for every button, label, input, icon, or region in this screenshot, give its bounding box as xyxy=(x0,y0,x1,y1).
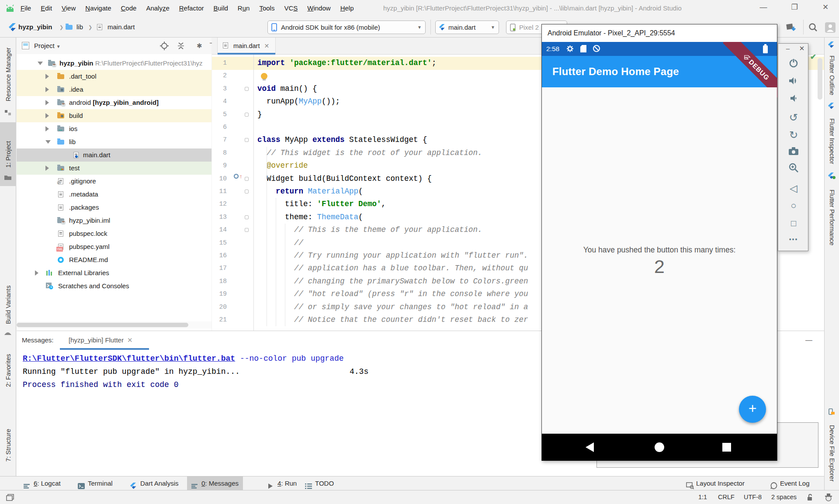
menu-vcs[interactable]: VCS xyxy=(279,0,302,17)
editor-scrollbar[interactable] xyxy=(818,58,822,100)
toolwindow-event-log[interactable]: Event Log xyxy=(766,476,814,490)
fold-marker-icon[interactable] xyxy=(245,138,249,142)
stripe-item----structure[interactable]: 7: Structure xyxy=(0,419,16,472)
fold-marker-icon[interactable] xyxy=(245,190,249,193)
hector-notification-icon[interactable] xyxy=(824,493,833,503)
emulator-camera-button[interactable] xyxy=(778,145,809,162)
run-config-selector[interactable]: main.dart ▼ xyxy=(435,21,499,34)
menu-window[interactable]: Window xyxy=(302,0,335,17)
status-indent[interactable]: 2 spaces xyxy=(771,490,797,504)
tree-row-pubspec-yaml[interactable]: YMLpubspec.yaml xyxy=(17,240,211,253)
emulator-rotate-right-button[interactable]: ↻ xyxy=(778,127,809,143)
intention-bulb-icon[interactable] xyxy=(261,73,267,79)
tree-expand-arrow[interactable] xyxy=(45,113,49,118)
menu-navigate[interactable]: Navigate xyxy=(80,0,116,17)
override-marker-icon[interactable] xyxy=(234,174,239,179)
emulator-power-button[interactable] xyxy=(778,58,809,74)
breadcrumb-folder[interactable]: lib xyxy=(76,17,83,38)
emulator-more-button[interactable]: ••• xyxy=(778,231,809,248)
toolwindow-6--logcat[interactable]: 6: Logcat xyxy=(19,476,65,490)
lock-icon[interactable] xyxy=(806,494,814,503)
tree-row-test[interactable]: ◂▸test xyxy=(17,162,211,175)
tab-close-icon[interactable]: ✕ xyxy=(264,42,269,49)
tree-row-build[interactable]: ✱build xyxy=(17,109,211,122)
fold-marker-icon[interactable] xyxy=(245,177,249,181)
nav-overview-button[interactable] xyxy=(722,443,731,452)
project-horizontal-scrollbar[interactable] xyxy=(17,321,211,328)
tree-expand-arrow[interactable] xyxy=(45,126,49,131)
breadcrumb-project[interactable]: hyzp_yibin xyxy=(18,17,52,38)
menu-refactor[interactable]: Refactor xyxy=(174,0,209,17)
collapse-all-icon[interactable] xyxy=(177,41,185,52)
menu-edit[interactable]: Edit xyxy=(36,0,57,17)
stripe-item-build-variants[interactable]: Build Variants xyxy=(0,280,16,330)
tree-expand-arrow[interactable] xyxy=(45,140,51,144)
menu-file[interactable]: File xyxy=(16,0,36,17)
status-caret-position[interactable]: 1:1 xyxy=(698,490,707,504)
window-close-button[interactable]: ✕ xyxy=(815,0,836,16)
tree-row-external-libraries[interactable]: External Libraries xyxy=(17,266,211,280)
menu-code[interactable]: Code xyxy=(116,0,142,17)
project-view-selector[interactable]: Project ▼ xyxy=(34,38,61,55)
tree-expand-arrow[interactable] xyxy=(38,62,43,65)
status-encoding[interactable]: UTF-8 xyxy=(744,490,762,504)
tree-row-main-dart[interactable]: ◆main.dart xyxy=(17,148,211,162)
sdk-manager-icon[interactable] xyxy=(786,22,797,35)
tool-windows-toggle-icon[interactable] xyxy=(5,493,14,503)
console-command-line[interactable]: R:\Flutter\FlutterSDK\flutter\bin\flutte… xyxy=(23,352,344,365)
window-minimize-button[interactable]: — xyxy=(753,0,773,16)
fold-marker-icon[interactable] xyxy=(245,228,249,232)
tree-expand-arrow[interactable] xyxy=(45,100,49,105)
fold-marker-icon[interactable] xyxy=(245,113,249,117)
tree-expand-arrow[interactable] xyxy=(35,270,38,276)
fold-marker-icon[interactable] xyxy=(245,215,249,219)
window-maximize-button[interactable]: ❐ xyxy=(784,0,804,16)
emulator-overview-button[interactable]: □ xyxy=(778,215,809,231)
stripe-item-flutter-outline[interactable]: Flutter Outline xyxy=(825,52,839,100)
tree-row-scratches-and-consoles[interactable]: Scratches and Consoles xyxy=(17,280,211,293)
emulator-back-button[interactable]: ◁ xyxy=(778,180,809,197)
menu-tools[interactable]: Tools xyxy=(254,0,279,17)
tab-main-dart[interactable]: main.dart✕ xyxy=(217,38,276,55)
tree-row-lib[interactable]: lib xyxy=(17,135,211,148)
tree-row-ios[interactable]: •••ios xyxy=(17,122,211,135)
device-selector[interactable]: Android SDK built for x86 (mobile) ▼ xyxy=(267,21,426,34)
stripe-item-flutter-performance[interactable]: Flutter Performance xyxy=(825,183,839,252)
menu-build[interactable]: Build xyxy=(208,0,232,17)
emulator-volume-up-button[interactable] xyxy=(778,75,809,92)
tree-expand-arrow[interactable] xyxy=(45,74,49,79)
tree-row--idea[interactable]: ✱.idea xyxy=(17,83,211,96)
tree-row-android-[interactable]: ☕android [hyzp_yibin_android] xyxy=(17,96,211,109)
emulator-close-button[interactable]: ✕ xyxy=(797,45,806,52)
messages-tab[interactable]: [hyzp_yibin] Flutter✕ xyxy=(69,331,132,349)
toolwindow-0--messages[interactable]: 0: Messages xyxy=(187,476,243,490)
locate-file-icon[interactable] xyxy=(160,41,169,52)
messages-hide-icon[interactable]: — xyxy=(805,336,813,344)
tree-row-pubspec-lock[interactable]: pubspec.lock xyxy=(17,227,211,240)
tree-row--packages[interactable]: .packages xyxy=(17,201,211,214)
tree-row--metadata[interactable]: .metadata xyxy=(17,188,211,201)
emulator-volume-down-button[interactable] xyxy=(778,93,809,109)
emulator-home-button[interactable]: ○ xyxy=(778,197,809,214)
tree-row-readme-md[interactable]: README.md xyxy=(17,253,211,266)
stripe-item-flutter-inspector[interactable]: Flutter Inspector xyxy=(825,113,839,169)
emulator-title-bar[interactable]: Android Emulator - Pixel_2_API_29:5554 xyxy=(542,24,777,42)
fab-add-button[interactable]: + xyxy=(739,396,766,423)
menu-view[interactable]: View xyxy=(57,0,80,17)
menu-run[interactable]: Run xyxy=(233,0,255,17)
status-line-ending[interactable]: CRLF xyxy=(718,490,735,504)
tree-expand-arrow[interactable] xyxy=(45,166,49,171)
menu-help[interactable]: Help xyxy=(336,0,359,17)
toolwindow-terminal[interactable]: Terminal xyxy=(73,476,117,490)
tree-expand-arrow[interactable] xyxy=(45,87,49,92)
toolwindow-dart-analysis[interactable]: Dart Analysis xyxy=(126,476,183,490)
toolwindow-4--run[interactable]: 4: Run xyxy=(263,476,301,490)
fold-marker-icon[interactable] xyxy=(245,87,249,91)
project-settings-gear-icon[interactable] xyxy=(197,42,204,49)
stripe-item-device-file-explorer[interactable]: Device File Explorer xyxy=(825,418,839,488)
toolwindow-todo[interactable]: TODO xyxy=(301,476,338,490)
breadcrumb-file[interactable]: main.dart xyxy=(107,17,135,38)
menu-analyze[interactable]: Analyze xyxy=(141,0,174,17)
stripe-item-resource-manager[interactable]: Resource Manager xyxy=(0,41,16,107)
tree-row--gitignore[interactable]: ⊘.gitignore xyxy=(17,175,211,188)
